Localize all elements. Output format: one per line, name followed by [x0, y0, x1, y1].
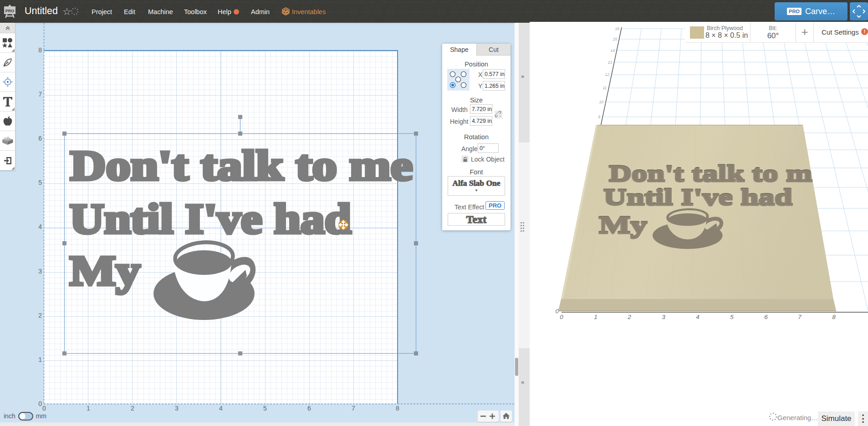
svg-text:7: 7 [798, 314, 802, 320]
svg-text:4: 4 [696, 314, 700, 320]
svg-text:Until I've had: Until I've had [603, 185, 792, 210]
svg-text:6: 6 [764, 314, 768, 320]
svg-text:Don't talk to me: Don't talk to me [609, 161, 826, 187]
svg-text:11: 11 [602, 86, 607, 90]
svg-text:14: 14 [611, 48, 615, 53]
svg-text:1: 1 [594, 314, 597, 320]
svg-text:10: 10 [599, 100, 604, 104]
svg-text:Until I've had: Until I've had [70, 195, 351, 242]
svg-text:9: 9 [598, 115, 600, 119]
svg-text:15: 15 [613, 37, 618, 41]
svg-text:12: 12 [605, 72, 610, 77]
svg-text:13: 13 [608, 60, 613, 65]
svg-text:My: My [70, 247, 140, 294]
svg-text:5: 5 [730, 314, 734, 320]
svg-text:PRO: PRO [5, 9, 15, 13]
svg-text:2: 2 [627, 314, 631, 320]
svg-text:Don't talk to me: Don't talk to me [70, 142, 413, 189]
svg-text:3: 3 [662, 314, 665, 320]
svg-text:8: 8 [832, 314, 836, 320]
svg-text:My: My [599, 213, 647, 238]
svg-text:0: 0 [560, 314, 563, 320]
svg-text:16: 16 [615, 26, 620, 31]
